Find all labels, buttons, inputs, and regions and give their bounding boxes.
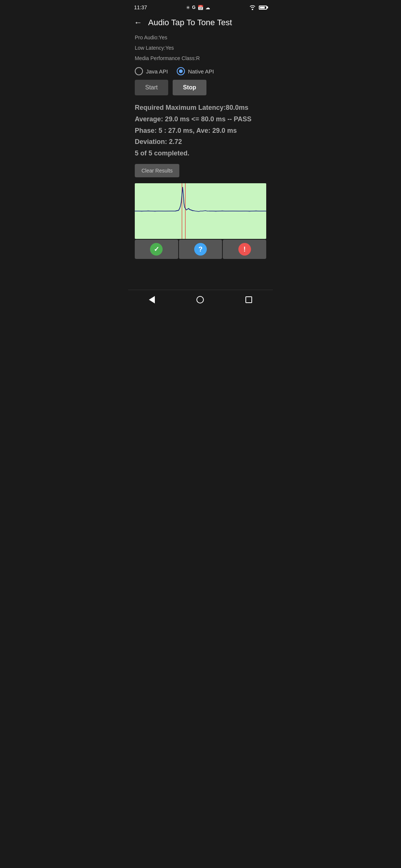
result-line4: Deviation: 2.72 (135, 136, 266, 148)
recents-square-icon (245, 296, 252, 303)
pass-status-button[interactable]: ✓ (135, 240, 178, 259)
java-api-label: Java API (146, 68, 168, 75)
back-button[interactable]: ← (134, 18, 142, 27)
result-line1: Required Maximum Latency:80.0ms (135, 102, 266, 114)
native-api-radio[interactable]: Native API (177, 67, 214, 75)
result-line2: Average: 29.0 ms <= 80.0 ms -- PASS (135, 114, 266, 125)
checkmark-icon: ✓ (150, 243, 163, 256)
fail-status-button[interactable]: ! (223, 240, 266, 259)
nav-home-button[interactable] (189, 294, 211, 306)
results-section: Required Maximum Latency:80.0ms Average:… (135, 102, 266, 159)
home-circle-icon (196, 296, 204, 303)
start-button[interactable]: Start (135, 80, 168, 95)
calendar-icon: 📅 (198, 5, 203, 10)
status-time: 11:37 (134, 4, 147, 10)
wifi-icon (249, 5, 256, 10)
clear-results-button[interactable]: Clear Results (135, 164, 179, 177)
battery-icon (259, 6, 267, 10)
status-left-icons: ✳ G 📅 ☁ (186, 5, 210, 10)
question-icon: ? (194, 243, 207, 256)
waveform-chart (135, 183, 266, 239)
api-selector: Java API Native API (135, 67, 266, 75)
waveform-svg (135, 183, 266, 239)
fan-icon: ✳ (186, 5, 190, 10)
media-performance-info: Media Performance Class:R (135, 54, 266, 63)
pro-audio-info: Pro Audio:Yes (135, 33, 266, 42)
page-title: Audio Tap To Tone Test (148, 18, 232, 27)
java-api-radio[interactable]: Java API (135, 67, 168, 75)
status-right-icons (249, 5, 267, 10)
native-api-label: Native API (188, 68, 214, 75)
nav-bar (128, 290, 273, 313)
status-bar: 11:37 ✳ G 📅 ☁ (128, 0, 273, 13)
native-api-radio-inner (179, 69, 183, 73)
status-icon-row: ✓ ? ! (135, 240, 266, 259)
java-api-radio-outer (135, 67, 143, 75)
stop-button[interactable]: Stop (173, 80, 207, 95)
google-icon: G (192, 5, 195, 10)
cloud-icon: ☁ (205, 5, 210, 10)
native-api-radio-outer (177, 67, 185, 75)
unknown-status-button[interactable]: ? (179, 240, 222, 259)
result-line5: 5 of 5 completed. (135, 148, 266, 159)
result-line3: Phase: 5 : 27.0 ms, Ave: 29.0 ms (135, 125, 266, 137)
control-buttons: Start Stop (135, 80, 266, 95)
exclamation-icon: ! (238, 243, 251, 256)
top-bar: ← Audio Tap To Tone Test (128, 13, 273, 33)
low-latency-info: Low Latency:Yes (135, 44, 266, 53)
back-triangle-icon (149, 296, 155, 303)
spacer (128, 277, 273, 290)
content-area: Pro Audio:Yes Low Latency:Yes Media Perf… (128, 33, 273, 277)
nav-recents-button[interactable] (238, 294, 260, 305)
nav-back-button[interactable] (141, 294, 162, 306)
